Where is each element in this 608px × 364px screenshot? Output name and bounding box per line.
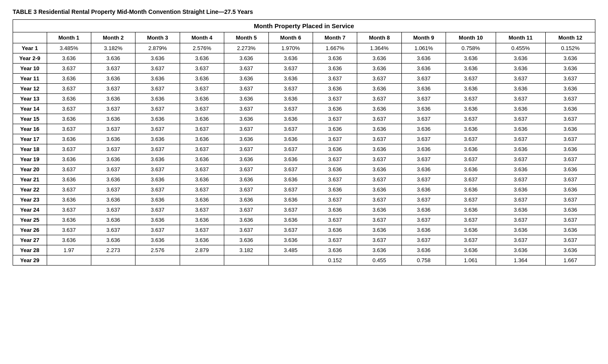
table-cell: 3.637 xyxy=(180,225,224,235)
table-cell: 3.636 xyxy=(313,144,357,154)
table-cell: 3.636 xyxy=(401,245,446,255)
col-header-m10: Month 10 xyxy=(446,32,496,43)
table-cell: 3.636 xyxy=(446,64,496,74)
table-cell: 3.636 xyxy=(180,175,224,185)
table-cell: 3.637 xyxy=(313,94,357,104)
table-cell: 3.636 xyxy=(446,104,496,114)
col-header-m8: Month 8 xyxy=(357,32,401,43)
table-cell: 3.637 xyxy=(357,134,401,144)
table-cell: 3.637 xyxy=(545,74,595,84)
col-header-m4: Month 4 xyxy=(180,32,224,43)
table-row: Year 143.6373.6373.6373.6373.6373.6373.6… xyxy=(13,104,595,114)
table-cell: 3.636 xyxy=(135,114,180,124)
table-cell: 3.636 xyxy=(446,245,496,255)
table-cell: 0.758 xyxy=(401,255,446,266)
table-cell: 3.636 xyxy=(47,175,91,185)
table-cell: 3.637 xyxy=(224,225,268,235)
table-cell: 3.637 xyxy=(401,134,446,144)
table-cell: 3.637 xyxy=(91,104,135,114)
table-cell: 3.636 xyxy=(135,215,180,225)
table-cell: 3.636 xyxy=(446,185,496,195)
table-cell: 3.485 xyxy=(268,245,313,255)
table-cell: 3.636 xyxy=(401,84,446,94)
table-cell: 3.636 xyxy=(401,185,446,195)
table-cell: 3.637 xyxy=(357,175,401,185)
table-cell: 3.637 xyxy=(446,154,496,165)
table-cell: 3.637 xyxy=(91,185,135,195)
table-cell: 3.637 xyxy=(268,84,313,94)
table-cell: 3.637 xyxy=(47,84,91,94)
table-cell: 3.637 xyxy=(224,205,268,215)
table-cell: 2.879 xyxy=(180,245,224,255)
table-cell: 3.636 xyxy=(357,124,401,134)
row-label: Year 2-9 xyxy=(13,53,47,64)
table-cell: 3.636 xyxy=(268,134,313,144)
table-cell: 3.637 xyxy=(545,175,595,185)
table-cell: 3.637 xyxy=(91,225,135,235)
table-row: Year 263.6373.6373.6373.6373.6373.6373.6… xyxy=(13,225,595,235)
table-cell: 3.637 xyxy=(545,235,595,245)
table-cell: 1.061 xyxy=(446,255,496,266)
table-cell: 3.636 xyxy=(496,144,545,154)
table-row: Year 103.6373.6373.6373.6373.6373.6373.6… xyxy=(13,64,595,74)
table-cell: 3.636 xyxy=(268,154,313,165)
table-cell: 3.636 xyxy=(357,84,401,94)
row-label: Year 14 xyxy=(13,104,47,114)
table-cell: 3.637 xyxy=(446,175,496,185)
table-cell: 3.636 xyxy=(401,104,446,114)
table-cell: 3.636 xyxy=(135,175,180,185)
table-cell: 3.637 xyxy=(496,175,545,185)
table-cell: 3.636 xyxy=(496,245,545,255)
table-cell: 3.636 xyxy=(357,144,401,154)
table-cell: 3.636 xyxy=(47,114,91,124)
table-cell: 3.636 xyxy=(545,205,595,215)
table-row: Year 163.6373.6373.6373.6373.6373.6373.6… xyxy=(13,124,595,134)
table-cell: 3.636 xyxy=(135,94,180,104)
table-cell: 3.636 xyxy=(268,53,313,64)
row-label: Year 29 xyxy=(13,255,47,266)
table-cell: 3.637 xyxy=(224,124,268,134)
table-cell: 3.636 xyxy=(91,134,135,144)
table-cell: 3.182 xyxy=(224,245,268,255)
table-cell xyxy=(180,255,224,266)
table-cell: 3.637 xyxy=(446,74,496,84)
table-cell: 2.879% xyxy=(135,43,180,53)
table-cell: 3.637 xyxy=(357,195,401,205)
table-cell: 3.636 xyxy=(313,53,357,64)
table-cell: 3.636 xyxy=(180,53,224,64)
table-cell: 3.637 xyxy=(545,215,595,225)
table-cell: 3.637 xyxy=(496,215,545,225)
table-cell: 3.636 xyxy=(496,225,545,235)
table-cell: 3.636 xyxy=(224,134,268,144)
table-cell: 3.636 xyxy=(313,225,357,235)
table-cell: 3.636 xyxy=(47,195,91,205)
table-cell: 3.636 xyxy=(545,144,595,154)
table-cell: 1.364% xyxy=(357,43,401,53)
table-cell: 3.636 xyxy=(446,205,496,215)
table-cell: 3.637 xyxy=(47,124,91,134)
table-cell: 3.636 xyxy=(224,74,268,84)
table-cell: 3.637 xyxy=(313,134,357,144)
table-cell: 3.636 xyxy=(180,114,224,124)
row-label: Year 26 xyxy=(13,225,47,235)
table-row: Year 183.6373.6373.6373.6373.6373.6373.6… xyxy=(13,144,595,154)
table-cell: 3.636 xyxy=(357,185,401,195)
table-cell: 3.637 xyxy=(268,104,313,114)
table-cell: 3.637 xyxy=(91,144,135,154)
table-cell: 3.636 xyxy=(224,175,268,185)
table-cell: 3.637 xyxy=(313,195,357,205)
col-header-m2: Month 2 xyxy=(91,32,135,43)
table-cell: 3.637 xyxy=(446,195,496,205)
table-cell: 3.636 xyxy=(357,165,401,175)
table-cell: 3.637 xyxy=(47,104,91,114)
col-header-m5: Month 5 xyxy=(224,32,268,43)
table-cell: 3.636 xyxy=(268,215,313,225)
table-cell: 3.637 xyxy=(268,225,313,235)
row-label: Year 21 xyxy=(13,175,47,185)
table-cell: 3.636 xyxy=(545,64,595,74)
table-cell: 3.636 xyxy=(91,94,135,104)
table-cell: 3.636 xyxy=(180,74,224,84)
table-cell: 3.636 xyxy=(180,215,224,225)
col-header-m9: Month 9 xyxy=(401,32,446,43)
table-cell: 3.636 xyxy=(268,195,313,205)
